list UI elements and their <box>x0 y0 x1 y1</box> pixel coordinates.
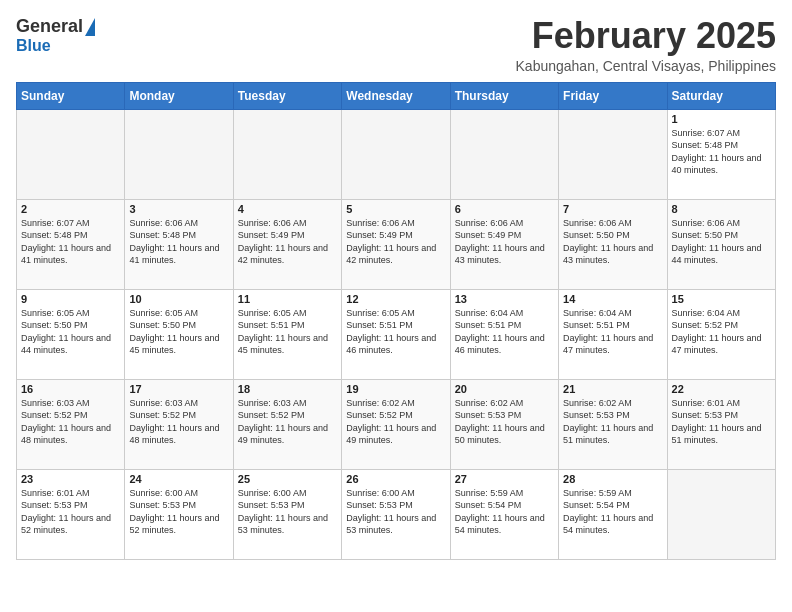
calendar-cell: 1Sunrise: 6:07 AMSunset: 5:48 PMDaylight… <box>667 109 775 199</box>
calendar-cell: 13Sunrise: 6:04 AMSunset: 5:51 PMDayligh… <box>450 289 558 379</box>
calendar-cell: 3Sunrise: 6:06 AMSunset: 5:48 PMDaylight… <box>125 199 233 289</box>
calendar-cell <box>342 109 450 199</box>
calendar-cell: 11Sunrise: 6:05 AMSunset: 5:51 PMDayligh… <box>233 289 341 379</box>
logo: General Blue <box>16 16 95 55</box>
day-info: Sunrise: 6:04 AMSunset: 5:51 PMDaylight:… <box>455 307 554 357</box>
calendar-cell <box>667 469 775 559</box>
calendar-cell <box>125 109 233 199</box>
day-number: 19 <box>346 383 445 395</box>
day-number: 16 <box>21 383 120 395</box>
calendar-cell: 26Sunrise: 6:00 AMSunset: 5:53 PMDayligh… <box>342 469 450 559</box>
day-number: 1 <box>672 113 771 125</box>
calendar-week-row: 23Sunrise: 6:01 AMSunset: 5:53 PMDayligh… <box>17 469 776 559</box>
day-number: 21 <box>563 383 662 395</box>
day-info: Sunrise: 6:01 AMSunset: 5:53 PMDaylight:… <box>672 397 771 447</box>
day-info: Sunrise: 6:02 AMSunset: 5:52 PMDaylight:… <box>346 397 445 447</box>
day-number: 14 <box>563 293 662 305</box>
calendar-cell: 28Sunrise: 5:59 AMSunset: 5:54 PMDayligh… <box>559 469 667 559</box>
calendar-cell: 16Sunrise: 6:03 AMSunset: 5:52 PMDayligh… <box>17 379 125 469</box>
day-info: Sunrise: 6:06 AMSunset: 5:50 PMDaylight:… <box>563 217 662 267</box>
day-number: 4 <box>238 203 337 215</box>
day-number: 15 <box>672 293 771 305</box>
calendar-week-row: 16Sunrise: 6:03 AMSunset: 5:52 PMDayligh… <box>17 379 776 469</box>
day-info: Sunrise: 6:07 AMSunset: 5:48 PMDaylight:… <box>21 217 120 267</box>
day-info: Sunrise: 6:06 AMSunset: 5:49 PMDaylight:… <box>238 217 337 267</box>
weekday-header-wednesday: Wednesday <box>342 82 450 109</box>
calendar-cell: 8Sunrise: 6:06 AMSunset: 5:50 PMDaylight… <box>667 199 775 289</box>
day-info: Sunrise: 6:00 AMSunset: 5:53 PMDaylight:… <box>129 487 228 537</box>
page-header: General Blue February 2025 Kabungahan, C… <box>16 16 776 74</box>
day-number: 18 <box>238 383 337 395</box>
day-info: Sunrise: 6:05 AMSunset: 5:51 PMDaylight:… <box>238 307 337 357</box>
calendar-week-row: 2Sunrise: 6:07 AMSunset: 5:48 PMDaylight… <box>17 199 776 289</box>
day-number: 2 <box>21 203 120 215</box>
weekday-header-friday: Friday <box>559 82 667 109</box>
day-number: 27 <box>455 473 554 485</box>
day-info: Sunrise: 5:59 AMSunset: 5:54 PMDaylight:… <box>455 487 554 537</box>
day-info: Sunrise: 6:05 AMSunset: 5:50 PMDaylight:… <box>21 307 120 357</box>
day-info: Sunrise: 6:00 AMSunset: 5:53 PMDaylight:… <box>346 487 445 537</box>
day-info: Sunrise: 6:00 AMSunset: 5:53 PMDaylight:… <box>238 487 337 537</box>
day-number: 26 <box>346 473 445 485</box>
calendar-cell: 7Sunrise: 6:06 AMSunset: 5:50 PMDaylight… <box>559 199 667 289</box>
day-info: Sunrise: 6:04 AMSunset: 5:51 PMDaylight:… <box>563 307 662 357</box>
calendar-cell <box>17 109 125 199</box>
day-number: 17 <box>129 383 228 395</box>
calendar-table: SundayMondayTuesdayWednesdayThursdayFrid… <box>16 82 776 560</box>
calendar-week-row: 9Sunrise: 6:05 AMSunset: 5:50 PMDaylight… <box>17 289 776 379</box>
calendar-cell: 4Sunrise: 6:06 AMSunset: 5:49 PMDaylight… <box>233 199 341 289</box>
day-info: Sunrise: 6:03 AMSunset: 5:52 PMDaylight:… <box>129 397 228 447</box>
calendar-cell: 27Sunrise: 5:59 AMSunset: 5:54 PMDayligh… <box>450 469 558 559</box>
day-info: Sunrise: 6:07 AMSunset: 5:48 PMDaylight:… <box>672 127 771 177</box>
calendar-cell: 24Sunrise: 6:00 AMSunset: 5:53 PMDayligh… <box>125 469 233 559</box>
day-number: 3 <box>129 203 228 215</box>
day-info: Sunrise: 5:59 AMSunset: 5:54 PMDaylight:… <box>563 487 662 537</box>
calendar-cell: 6Sunrise: 6:06 AMSunset: 5:49 PMDaylight… <box>450 199 558 289</box>
weekday-header-sunday: Sunday <box>17 82 125 109</box>
day-number: 23 <box>21 473 120 485</box>
day-number: 13 <box>455 293 554 305</box>
day-number: 5 <box>346 203 445 215</box>
calendar-week-row: 1Sunrise: 6:07 AMSunset: 5:48 PMDaylight… <box>17 109 776 199</box>
month-year-title: February 2025 <box>516 16 776 56</box>
calendar-cell: 20Sunrise: 6:02 AMSunset: 5:53 PMDayligh… <box>450 379 558 469</box>
weekday-header-monday: Monday <box>125 82 233 109</box>
day-info: Sunrise: 6:02 AMSunset: 5:53 PMDaylight:… <box>455 397 554 447</box>
day-info: Sunrise: 6:02 AMSunset: 5:53 PMDaylight:… <box>563 397 662 447</box>
day-info: Sunrise: 6:03 AMSunset: 5:52 PMDaylight:… <box>238 397 337 447</box>
day-number: 22 <box>672 383 771 395</box>
calendar-cell: 18Sunrise: 6:03 AMSunset: 5:52 PMDayligh… <box>233 379 341 469</box>
calendar-cell <box>233 109 341 199</box>
calendar-cell <box>450 109 558 199</box>
weekday-header-row: SundayMondayTuesdayWednesdayThursdayFrid… <box>17 82 776 109</box>
day-number: 20 <box>455 383 554 395</box>
logo-blue-text: Blue <box>16 37 51 55</box>
day-number: 8 <box>672 203 771 215</box>
calendar-cell: 10Sunrise: 6:05 AMSunset: 5:50 PMDayligh… <box>125 289 233 379</box>
day-number: 9 <box>21 293 120 305</box>
calendar-cell: 9Sunrise: 6:05 AMSunset: 5:50 PMDaylight… <box>17 289 125 379</box>
calendar-cell <box>559 109 667 199</box>
weekday-header-saturday: Saturday <box>667 82 775 109</box>
weekday-header-thursday: Thursday <box>450 82 558 109</box>
calendar-cell: 2Sunrise: 6:07 AMSunset: 5:48 PMDaylight… <box>17 199 125 289</box>
day-number: 7 <box>563 203 662 215</box>
calendar-cell: 14Sunrise: 6:04 AMSunset: 5:51 PMDayligh… <box>559 289 667 379</box>
title-block: February 2025 Kabungahan, Central Visaya… <box>516 16 776 74</box>
day-number: 6 <box>455 203 554 215</box>
day-number: 25 <box>238 473 337 485</box>
logo-general-text: General <box>16 16 83 37</box>
calendar-cell: 15Sunrise: 6:04 AMSunset: 5:52 PMDayligh… <box>667 289 775 379</box>
day-info: Sunrise: 6:04 AMSunset: 5:52 PMDaylight:… <box>672 307 771 357</box>
day-info: Sunrise: 6:06 AMSunset: 5:49 PMDaylight:… <box>455 217 554 267</box>
weekday-header-tuesday: Tuesday <box>233 82 341 109</box>
location-subtitle: Kabungahan, Central Visayas, Philippines <box>516 58 776 74</box>
day-info: Sunrise: 6:06 AMSunset: 5:48 PMDaylight:… <box>129 217 228 267</box>
calendar-cell: 17Sunrise: 6:03 AMSunset: 5:52 PMDayligh… <box>125 379 233 469</box>
calendar-cell: 5Sunrise: 6:06 AMSunset: 5:49 PMDaylight… <box>342 199 450 289</box>
day-number: 10 <box>129 293 228 305</box>
day-info: Sunrise: 6:05 AMSunset: 5:51 PMDaylight:… <box>346 307 445 357</box>
calendar-cell: 23Sunrise: 6:01 AMSunset: 5:53 PMDayligh… <box>17 469 125 559</box>
logo-triangle-icon <box>85 18 95 36</box>
calendar-cell: 21Sunrise: 6:02 AMSunset: 5:53 PMDayligh… <box>559 379 667 469</box>
